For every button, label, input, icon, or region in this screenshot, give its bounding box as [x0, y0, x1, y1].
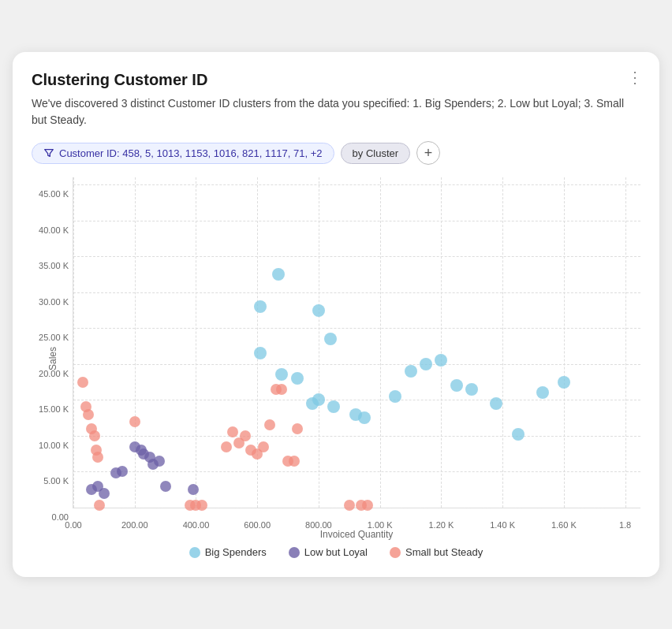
grid-line-h — [73, 471, 640, 472]
data-dot — [324, 333, 337, 345]
data-dot — [465, 383, 478, 396]
data-dot — [312, 304, 325, 317]
data-dot — [196, 500, 207, 511]
grid-line-v — [502, 177, 503, 508]
legend-big-spenders: Big Spenders — [189, 546, 267, 558]
data-dot — [536, 386, 549, 399]
data-dot — [389, 390, 401, 403]
data-dot — [154, 456, 165, 467]
data-dot — [275, 368, 288, 381]
data-dot — [83, 409, 94, 420]
main-card: ⋮ Clustering Customer ID We've discovere… — [13, 52, 659, 577]
data-dot — [77, 377, 88, 388]
data-dot — [188, 484, 199, 495]
data-dot — [420, 358, 432, 370]
filter-pill[interactable]: Customer ID: 458, 5, 1013, 1153, 1016, 8… — [32, 143, 334, 164]
legend-dot-big-spenders — [189, 547, 200, 558]
grid-line-v — [135, 177, 136, 508]
grid-line-h — [73, 400, 640, 400]
grid-line-v — [441, 177, 442, 508]
data-dot — [289, 456, 300, 467]
data-dot — [117, 466, 128, 477]
data-dot — [272, 268, 285, 281]
grid-line-h — [73, 221, 640, 221]
data-dot — [227, 426, 238, 437]
grid-line-v — [625, 177, 626, 508]
data-dot — [512, 428, 525, 441]
grid-line-v — [196, 177, 196, 508]
data-dot — [89, 430, 100, 441]
y-axis-label: Sales — [47, 347, 58, 370]
card-title: Clustering Customer ID — [32, 71, 640, 89]
data-dot — [292, 423, 303, 434]
grid-line-v — [564, 177, 565, 508]
y-tick: 15.00 K — [39, 404, 73, 414]
data-dot — [92, 452, 103, 463]
data-dot — [327, 400, 340, 413]
more-button[interactable]: ⋮ — [627, 68, 644, 87]
data-dot — [358, 411, 371, 424]
y-tick: 5.00 K — [43, 476, 73, 486]
cluster-label: by Cluster — [353, 147, 399, 159]
grid-line-v — [319, 177, 319, 508]
data-dot — [450, 379, 463, 392]
data-dot — [258, 441, 269, 452]
grid-line-v — [73, 177, 74, 508]
grid-line-h — [73, 256, 640, 257]
y-tick: 40.00 K — [39, 225, 73, 235]
grid-line-h — [73, 436, 640, 437]
grid-line-v — [380, 177, 381, 508]
toolbar: Customer ID: 458, 5, 1013, 1153, 1016, 8… — [32, 141, 640, 165]
y-tick: 20.00 K — [39, 369, 73, 378]
legend-dot-small-steady — [390, 547, 401, 558]
add-button[interactable]: + — [416, 141, 440, 165]
legend-dot-low-loyal — [289, 547, 300, 558]
cluster-pill[interactable]: by Cluster — [341, 143, 411, 164]
data-dot — [240, 430, 251, 441]
chart-plot: 45.00 K40.00 K35.00 K30.00 K25.00 K20.00… — [73, 177, 640, 508]
data-dot — [435, 354, 447, 367]
grid-line-h — [73, 364, 640, 365]
legend-label-low-loyal: Low but Loyal — [304, 546, 368, 558]
grid-line-h — [73, 184, 640, 185]
legend-label-big-spenders: Big Spenders — [205, 546, 267, 558]
grid-line-h — [73, 292, 640, 293]
y-tick: 45.00 K — [39, 189, 73, 199]
data-dot — [291, 372, 304, 385]
y-tick: 30.00 K — [39, 297, 73, 307]
legend-label-small-steady: Small but Steady — [405, 546, 483, 558]
data-dot — [254, 347, 267, 359]
y-tick: 35.00 K — [39, 261, 73, 270]
legend-low-loyal: Low but Loyal — [289, 546, 368, 558]
data-dot — [129, 416, 140, 427]
y-tick: 10.00 K — [39, 441, 73, 450]
chart-area: Sales 45.00 K40.00 K35.00 K30.00 K25.00 … — [32, 177, 640, 540]
data-dot — [264, 419, 275, 430]
data-dot — [254, 300, 267, 313]
legend-small-steady: Small but Steady — [390, 546, 483, 558]
filter-label: Customer ID: 458, 5, 1013, 1153, 1016, 8… — [59, 147, 323, 159]
card-description: We've discovered 3 distinct Customer ID … — [32, 95, 640, 128]
data-dot — [405, 365, 417, 378]
data-dot — [221, 441, 232, 452]
data-dot — [558, 376, 570, 389]
x-axis-label: Invoiced Quantity — [73, 529, 640, 540]
y-tick: 25.00 K — [39, 333, 73, 342]
funnel-icon — [43, 147, 54, 158]
data-dot — [362, 500, 373, 511]
grid-line-h — [73, 328, 640, 329]
data-dot — [94, 500, 105, 511]
data-dot — [160, 481, 171, 492]
data-dot — [276, 384, 287, 395]
data-dot — [99, 488, 110, 499]
data-dot — [312, 393, 325, 406]
data-dot — [490, 397, 502, 410]
data-dot — [344, 500, 355, 511]
legend: Big Spenders Low but Loyal Small but Ste… — [32, 546, 640, 558]
